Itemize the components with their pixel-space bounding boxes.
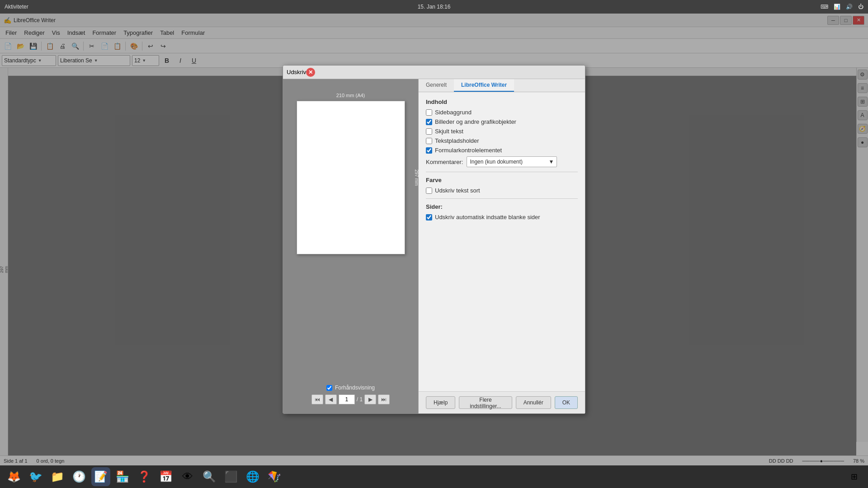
checkbox-billeder: Billeder og andre grafikobjekter: [426, 118, 578, 125]
checkbox-udskriv-sort-input[interactable]: [426, 188, 432, 194]
kommentar-label: Kommentarer:: [426, 159, 463, 165]
topbar-right: ⌨ 📊 🔊 ⏻: [821, 4, 863, 10]
dialog-tabs: Generelt LibreOffice Writer: [419, 79, 585, 92]
taskbar-app-writer[interactable]: 📝: [91, 467, 110, 486]
cancel-button[interactable]: Annullér: [516, 396, 551, 409]
nav-last-button[interactable]: ⏭: [378, 394, 390, 404]
indhold-section-title: Indhold: [426, 99, 578, 105]
topbar-icon-1[interactable]: ⌨: [821, 4, 828, 10]
divider-1: [426, 172, 578, 172]
kommentar-dropdown[interactable]: Ingen (kun dokument) ▼: [467, 156, 557, 167]
checkbox-blanke-sider-label: Udskriv automatisk indsatte blanke sider: [435, 214, 540, 221]
modal-overlay: Udskriv ✕ 210 mm (A4) 297 mm Forhåndsvis…: [0, 14, 868, 465]
taskbar-app-web[interactable]: 🌐: [243, 467, 262, 486]
tab-generelt[interactable]: Generelt: [419, 79, 454, 92]
options-panel: Generelt LibreOffice Writer Indhold Side…: [419, 79, 585, 413]
taskbar-app-files[interactable]: 📁: [48, 467, 67, 486]
tab-libreoffice-writer[interactable]: LibreOffice Writer: [454, 79, 514, 92]
nav-prev-button[interactable]: ◀: [325, 394, 337, 404]
topbar-icon-4[interactable]: ⏻: [858, 4, 863, 10]
checkbox-billeder-label: Billeder og andre grafikobjekter: [435, 118, 516, 125]
topbar-icon-3[interactable]: 🔊: [846, 4, 853, 10]
checkbox-blanke-sider: Udskriv automatisk indsatte blanke sider: [426, 214, 578, 221]
dialog-titlebar: Udskriv ✕: [283, 66, 585, 79]
preview-panel: 210 mm (A4) 297 mm Forhåndsvisning ⏮ ◀ /…: [283, 79, 419, 413]
kommentar-row: Kommentarer: Ingen (kun dokument) ▼: [426, 156, 578, 167]
system-topbar: Aktiviteter 15. Jan 18:16 ⌨ 📊 🔊 ⏻: [0, 0, 868, 14]
taskbar-app-calendar[interactable]: 📅: [156, 467, 175, 486]
checkbox-billeder-input[interactable]: [426, 119, 432, 125]
checkbox-sidebaggrund-input[interactable]: [426, 109, 432, 116]
preview-width-label: 210 mm (A4): [336, 93, 365, 98]
preview-checkbox[interactable]: [326, 385, 332, 391]
checkbox-udskriv-sort-label: Udskriv tekst sort: [435, 187, 480, 194]
farve-section-title: Farve: [426, 177, 578, 183]
print-dialog: Udskriv ✕ 210 mm (A4) 297 mm Forhåndsvis…: [283, 65, 585, 414]
help-button[interactable]: Hjælp: [426, 396, 455, 409]
taskbar-app-search[interactable]: 🔍: [200, 467, 219, 486]
topbar-icon-2[interactable]: 📊: [834, 4, 840, 10]
checkbox-skjult-input[interactable]: [426, 128, 432, 135]
preview-checkbox-area: Forhåndsvisning: [326, 380, 375, 391]
dialog-close-button[interactable]: ✕: [306, 68, 315, 77]
checkbox-formular-input[interactable]: [426, 147, 432, 154]
checkbox-skjult: Skjult tekst: [426, 128, 578, 135]
page-navigation: ⏮ ◀ / 1 ▶ ⏭: [311, 394, 390, 404]
preview-page-wrapper: 297 mm: [297, 101, 405, 254]
preview-page: [297, 101, 405, 254]
checkbox-tekstpladsholder: Tekstpladsholder: [426, 137, 578, 144]
taskbar-app-firefox[interactable]: 🦊: [5, 467, 24, 486]
checkbox-tekstpladsholder-input[interactable]: [426, 138, 432, 144]
nav-first-button[interactable]: ⏮: [311, 394, 323, 404]
taskbar-app-eye[interactable]: 👁: [178, 467, 197, 486]
taskbar-app-softwarecenter[interactable]: 🏪: [113, 467, 132, 486]
taskbar-app-timeshift[interactable]: 🕐: [70, 467, 89, 486]
checkbox-skjult-label: Skjult tekst: [435, 128, 463, 135]
checkbox-blanke-sider-input[interactable]: [426, 214, 432, 221]
preview-height-label: 297 mm: [414, 169, 419, 186]
sider-section-title: Sider:: [426, 203, 578, 210]
nav-next-button[interactable]: ▶: [364, 394, 376, 404]
page-number-input[interactable]: [339, 394, 355, 404]
checkbox-tekstpladsholder-label: Tekstpladsholder: [435, 137, 479, 144]
dialog-body: 210 mm (A4) 297 mm Forhåndsvisning ⏮ ◀ /…: [283, 79, 585, 413]
taskbar-app-terminal[interactable]: ⬛: [222, 467, 241, 486]
preview-checkbox-label: Forhåndsvisning: [335, 385, 375, 391]
activities-button[interactable]: Aktiviteter: [5, 4, 28, 10]
kommentar-arrow: ▼: [548, 159, 554, 165]
dialog-footer: Hjælp Flere indstillinger... Annullér OK: [419, 391, 585, 413]
dialog-title: Udskriv: [287, 69, 306, 75]
checkbox-sidebaggrund: Sidebaggrund: [426, 109, 578, 116]
topbar-left: Aktiviteter: [5, 4, 28, 10]
ok-button[interactable]: OK: [555, 396, 578, 409]
taskbar-app-kite[interactable]: 🪁: [265, 467, 284, 486]
divider-2: [426, 198, 578, 199]
checkbox-sidebaggrund-label: Sidebaggrund: [435, 109, 472, 116]
taskbar-app-help[interactable]: ❓: [135, 467, 154, 486]
topbar-datetime: 15. Jan 18:16: [418, 4, 451, 10]
more-settings-button[interactable]: Flere indstillinger...: [459, 396, 512, 409]
taskbar-app-thunderbird[interactable]: 🐦: [26, 467, 45, 486]
taskbar: 🦊 🐦 📁 🕐 📝 🏪 ❓ 📅 👁 🔍 ⬛ 🌐 🪁 ⊞: [0, 465, 868, 488]
kommentar-value: Ingen (kun dokument): [470, 159, 523, 165]
checkbox-formular: Formularkontrolelementet: [426, 147, 578, 154]
checkbox-formular-label: Formularkontrolelementet: [435, 147, 502, 154]
checkbox-udskriv-sort: Udskriv tekst sort: [426, 187, 578, 194]
options-content: Indhold Sidebaggrund Billeder og andre g…: [419, 92, 585, 391]
taskbar-app-grid[interactable]: ⊞: [844, 467, 863, 486]
page-total-label: / 1: [357, 396, 363, 403]
